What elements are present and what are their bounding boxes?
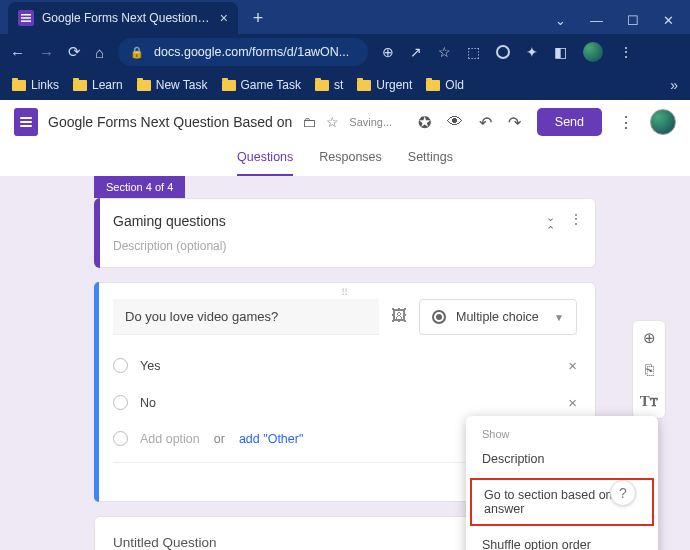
- forms-header: Google Forms Next Question Based on 🗀 ☆ …: [0, 100, 690, 144]
- option-label[interactable]: No: [140, 396, 156, 410]
- folder-icon: [137, 80, 151, 91]
- panel-icon[interactable]: ◧: [554, 44, 567, 60]
- question-type-select[interactable]: Multiple choice ▼: [419, 299, 577, 335]
- bookmark-st[interactable]: st: [315, 78, 343, 92]
- download-icon[interactable]: ⬚: [467, 44, 480, 60]
- preview-icon[interactable]: 👁: [447, 113, 463, 131]
- section-header-card[interactable]: Gaming questions Description (optional) …: [94, 198, 596, 268]
- home-icon[interactable]: ⌂: [95, 44, 104, 61]
- maximize-icon[interactable]: ☐: [627, 13, 639, 28]
- form-canvas: Section 4 of 4 Gaming questions Descript…: [0, 176, 690, 550]
- chevron-down-icon: ▼: [554, 312, 564, 323]
- folder-icon: [222, 80, 236, 91]
- help-button[interactable]: ?: [610, 480, 636, 506]
- radio-icon: [113, 395, 128, 410]
- folder-icon: [426, 80, 440, 91]
- move-folder-icon[interactable]: 🗀: [302, 114, 316, 130]
- forms-app-icon[interactable]: [14, 108, 38, 136]
- section-menu-icon[interactable]: ⋮: [569, 211, 583, 237]
- add-question-icon[interactable]: ⊕: [643, 329, 656, 347]
- menu-item-description[interactable]: Description: [466, 442, 658, 476]
- minimize-icon[interactable]: —: [590, 13, 603, 28]
- bookmarks-overflow-icon[interactable]: »: [670, 77, 678, 93]
- more-icon[interactable]: ⋮: [618, 113, 634, 132]
- window-controls: ⌄ — ☐ ✕: [555, 6, 690, 34]
- question-text-input[interactable]: Do you love video games?: [113, 299, 379, 335]
- remove-option-icon[interactable]: ×: [568, 357, 577, 374]
- tab-title: Google Forms Next Question Bas: [42, 11, 212, 25]
- folder-icon: [73, 80, 87, 91]
- import-questions-icon[interactable]: ⎘: [645, 361, 654, 378]
- bookmark-links[interactable]: Links: [12, 78, 59, 92]
- svg-rect-0: [21, 14, 31, 16]
- url-text: docs.google.com/forms/d/1awON...: [154, 45, 356, 59]
- star-icon[interactable]: ☆: [438, 44, 451, 60]
- svg-rect-2: [21, 20, 31, 22]
- redo-icon[interactable]: ↷: [508, 113, 521, 132]
- add-other-link[interactable]: add "Other": [239, 432, 303, 446]
- addons-icon[interactable]: ✪: [418, 113, 431, 132]
- add-title-icon[interactable]: Tᴛ: [640, 392, 658, 410]
- tab-responses[interactable]: Responses: [319, 144, 382, 176]
- menu-item-shuffle[interactable]: Shuffle option order: [466, 528, 658, 550]
- collapse-icon[interactable]: ⌄⌃: [546, 211, 555, 237]
- address-bar: ← → ⟳ ⌂ 🔒 docs.google.com/forms/d/1awON.…: [0, 34, 690, 70]
- option-row[interactable]: Yes ×: [113, 347, 577, 384]
- bookmarks-bar: Links Learn New Task Game Task st Urgent…: [0, 70, 690, 100]
- back-icon[interactable]: ←: [10, 44, 25, 61]
- send-button[interactable]: Send: [537, 108, 602, 136]
- close-window-icon[interactable]: ✕: [663, 13, 674, 28]
- url-input[interactable]: 🔒 docs.google.com/forms/d/1awON...: [118, 38, 368, 66]
- folder-icon: [357, 80, 371, 91]
- saving-status: Saving...: [349, 116, 392, 128]
- drag-handle-icon[interactable]: ⠿: [341, 287, 350, 298]
- floating-toolbar: ⊕ ⎘ Tᴛ: [632, 320, 666, 419]
- browser-tab[interactable]: Google Forms Next Question Bas ×: [8, 2, 238, 34]
- forward-icon[interactable]: →: [39, 44, 54, 61]
- add-image-icon[interactable]: 🖼: [391, 299, 407, 325]
- tab-questions[interactable]: Questions: [237, 144, 293, 176]
- account-avatar[interactable]: [650, 109, 676, 135]
- tab-settings[interactable]: Settings: [408, 144, 453, 176]
- bookmark-urgent[interactable]: Urgent: [357, 78, 412, 92]
- bookmark-old[interactable]: Old: [426, 78, 464, 92]
- new-tab-button[interactable]: +: [244, 4, 272, 32]
- untitled-question-title[interactable]: Untitled Question: [113, 535, 217, 550]
- browser-menu-icon[interactable]: ⋮: [619, 44, 633, 60]
- section-badge: Section 4 of 4: [94, 176, 185, 198]
- tab-close-icon[interactable]: ×: [220, 10, 228, 26]
- section-title[interactable]: Gaming questions: [113, 213, 577, 229]
- extensions-icon[interactable]: ✦: [526, 44, 538, 60]
- radio-icon: [432, 310, 446, 324]
- chevron-down-icon[interactable]: ⌄: [555, 13, 566, 28]
- bookmark-learn[interactable]: Learn: [73, 78, 123, 92]
- question-type-label: Multiple choice: [456, 310, 539, 324]
- browser-titlebar: Google Forms Next Question Bas × + ⌄ — ☐…: [0, 0, 690, 34]
- section-description[interactable]: Description (optional): [113, 239, 577, 253]
- reload-icon[interactable]: ⟳: [68, 43, 81, 61]
- undo-icon[interactable]: ↶: [479, 113, 492, 132]
- form-title[interactable]: Google Forms Next Question Based on: [48, 114, 292, 130]
- star-form-icon[interactable]: ☆: [326, 114, 339, 130]
- svg-rect-1: [21, 17, 31, 19]
- folder-icon: [315, 80, 329, 91]
- forms-favicon: [18, 10, 34, 26]
- or-text: or: [214, 432, 225, 446]
- radio-icon: [113, 358, 128, 373]
- lock-icon: 🔒: [130, 46, 144, 59]
- zoom-icon[interactable]: ⊕: [382, 44, 394, 60]
- profile-avatar[interactable]: [583, 42, 603, 62]
- form-tabs: Questions Responses Settings: [0, 144, 690, 176]
- menu-show-label: Show: [466, 422, 658, 442]
- option-label[interactable]: Yes: [140, 359, 160, 373]
- remove-option-icon[interactable]: ×: [568, 394, 577, 411]
- bookmark-new-task[interactable]: New Task: [137, 78, 208, 92]
- add-option-label[interactable]: Add option: [140, 432, 200, 446]
- share-icon[interactable]: ↗: [410, 44, 422, 60]
- folder-icon: [12, 80, 26, 91]
- opera-icon[interactable]: [496, 45, 510, 59]
- radio-icon: [113, 431, 128, 446]
- bookmark-game-task[interactable]: Game Task: [222, 78, 301, 92]
